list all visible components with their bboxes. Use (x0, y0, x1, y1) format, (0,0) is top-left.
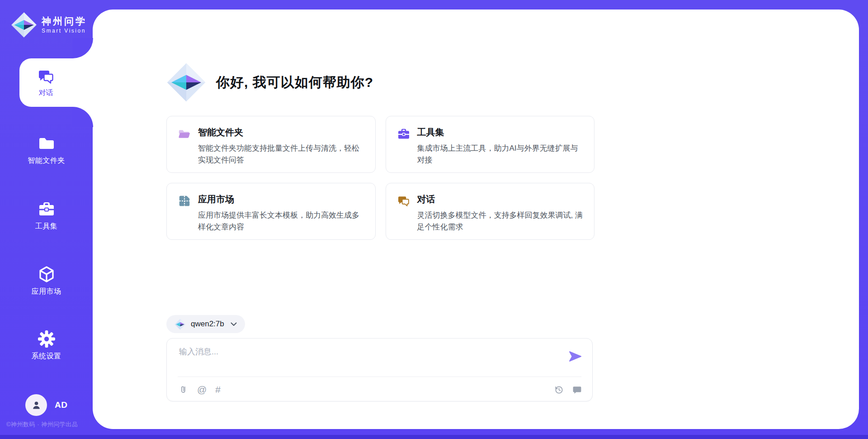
greeting-header: 你好, 我可以如何帮助你? (166, 62, 373, 102)
divider (178, 377, 581, 377)
card-description: 应用市场提供丰富长文本模板，助力高效生成多样化文章内容 (198, 210, 364, 233)
app-subtitle: Smart Vision (42, 28, 87, 34)
card-app-market[interactable]: 应用市场 应用市场提供丰富长文本模板，助力高效生成多样化文章内容 (166, 183, 376, 240)
attach-file-button[interactable] (178, 385, 189, 395)
card-description: 灵活切换多模型文件，支持多样回复效果调试, 满足个性化需求 (417, 210, 584, 233)
sidebar-item-label: 应用市场 (32, 287, 61, 296)
history-button[interactable] (554, 385, 564, 395)
sidebar-item-label: 智能文件夹 (28, 156, 65, 166)
composer: @ # (166, 338, 593, 401)
card-title: 对话 (417, 193, 584, 205)
card-body: 工具集 集成市场上主流工具，助力AI与外界无缝扩展与对接 (417, 126, 584, 163)
folder-open-icon (178, 127, 191, 141)
toolbox-icon (38, 200, 56, 218)
message-input[interactable] (178, 345, 551, 373)
greeting-title: 你好, 我可以如何帮助你? (216, 73, 373, 92)
logo-diamond-icon (175, 319, 186, 330)
bottom-edge-strip (0, 435, 868, 439)
at-icon[interactable]: @ (197, 385, 207, 395)
sidebar-item-chat[interactable]: 对话 (19, 58, 97, 107)
sidebar-item-label: 工具集 (35, 222, 58, 231)
user-icon (30, 399, 42, 411)
sidebar-item-settings[interactable]: 系统设置 (0, 330, 93, 361)
folder-icon (38, 134, 56, 153)
card-description: 智能文件夹功能支持批量文件上传与清洗，轻松实现文件问答 (198, 143, 364, 166)
composer-toolbar-right (554, 385, 582, 395)
chat-icon (397, 194, 410, 208)
gear-icon (38, 330, 56, 348)
paperclip-icon (178, 385, 189, 395)
user-name: AD (55, 400, 67, 410)
card-title: 智能文件夹 (198, 126, 364, 138)
card-smart-folder[interactable]: 智能文件夹 智能文件夹功能支持批量文件上传与清洗，轻松实现文件问答 (166, 116, 376, 173)
card-toolset[interactable]: 工具集 集成市场上主流工具，助力AI与外界无缝扩展与对接 (386, 116, 595, 173)
card-chat[interactable]: 对话 灵活切换多模型文件，支持多样回复效果调试, 满足个性化需求 (386, 183, 595, 240)
card-body: 智能文件夹 智能文件夹功能支持批量文件上传与清洗，轻松实现文件问答 (198, 126, 364, 163)
sidebar-item-label: 系统设置 (32, 352, 61, 361)
cube-icon (38, 265, 56, 283)
avatar (25, 394, 47, 416)
copyright-text: ©神州数码 · 神州问学出品 (6, 420, 97, 429)
sidebar-item-smart-folder[interactable]: 智能文件夹 (0, 134, 93, 166)
user-profile[interactable]: AD (25, 394, 67, 416)
chevron-down-icon (231, 322, 237, 326)
tab-top-fillet (72, 38, 93, 58)
logo-diamond-icon (11, 12, 37, 38)
market-grid-icon (178, 194, 191, 208)
logo-diamond-icon (166, 62, 206, 102)
chat-icon (37, 67, 55, 86)
card-body: 对话 灵活切换多模型文件，支持多样回复效果调试, 满足个性化需求 (417, 193, 584, 230)
sidebar-item-app-market[interactable]: 应用市场 (0, 265, 93, 296)
app-title: 神州问学 (42, 16, 87, 27)
send-button[interactable] (568, 350, 582, 363)
sidebar-item-toolset[interactable]: 工具集 (0, 200, 93, 231)
history-icon (554, 385, 564, 395)
app-logo: 神州问学 Smart Vision (11, 12, 87, 38)
sidebar-item-label: 对话 (39, 88, 53, 98)
chat-bubble-icon (572, 385, 582, 395)
app-logo-text: 神州问学 Smart Vision (42, 16, 87, 34)
card-body: 应用市场 应用市场提供丰富长文本模板，助力高效生成多样化文章内容 (198, 193, 364, 230)
send-icon (568, 350, 582, 363)
composer-toolbar: @ # (178, 382, 582, 397)
model-selector[interactable]: qwen2:7b (166, 315, 245, 333)
tab-bottom-fillet (72, 107, 93, 127)
toolbox-icon (397, 127, 410, 141)
card-title: 应用市场 (198, 193, 364, 205)
card-description: 集成市场上主流工具，助力AI与外界无缝扩展与对接 (417, 143, 584, 166)
feedback-button[interactable] (572, 385, 582, 395)
hash-icon[interactable]: # (215, 385, 221, 395)
card-title: 工具集 (417, 126, 584, 138)
feature-cards: 智能文件夹 智能文件夹功能支持批量文件上传与清洗，轻松实现文件问答 工具集 集成… (166, 116, 594, 240)
model-name: qwen2:7b (191, 320, 224, 329)
